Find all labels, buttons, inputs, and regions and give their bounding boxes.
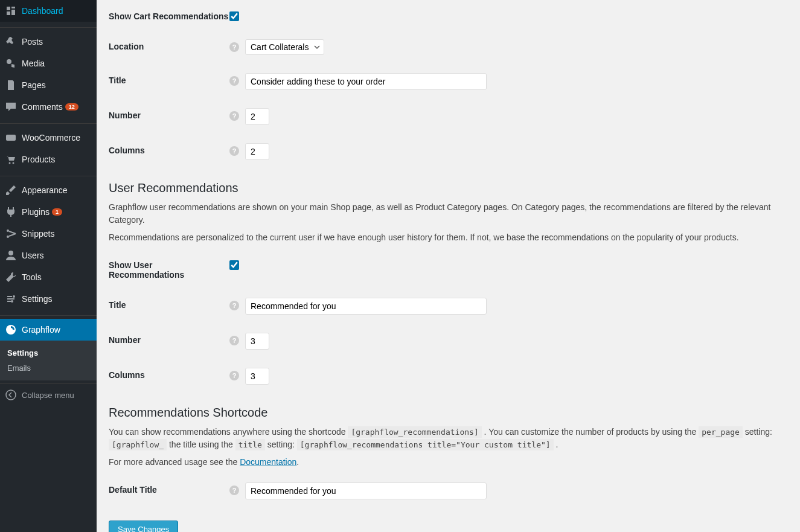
admin-sidebar: Dashboard Posts Media Pages Comments 12 …: [0, 0, 97, 532]
shortcode-code: [graphflow_: [109, 439, 167, 450]
sidebar-label: Graphflow: [22, 325, 60, 335]
show-user-rec-checkbox[interactable]: [229, 260, 239, 270]
help-icon[interactable]: ?: [229, 301, 239, 310]
brush-icon: [5, 184, 17, 196]
row-location: Location ? Cart Collaterals: [109, 30, 788, 64]
row-user-number: Number ?: [109, 324, 788, 359]
media-icon: [5, 57, 17, 69]
sidebar-item-snippets[interactable]: Snippets: [0, 223, 97, 245]
cart-title-label: Title: [109, 73, 229, 85]
user-number-label: Number: [109, 333, 229, 345]
svg-point-0: [7, 59, 11, 64]
graphflow-icon: [5, 324, 17, 336]
svg-point-5: [7, 236, 9, 238]
sidebar-item-woocommerce[interactable]: WooCommerce: [0, 127, 97, 149]
user-rec-desc1: Graphflow user recommendations are shown…: [109, 201, 788, 226]
submenu-settings[interactable]: Settings: [0, 345, 97, 361]
help-icon[interactable]: ?: [229, 336, 239, 345]
sidebar-item-posts[interactable]: Posts: [0, 31, 97, 53]
sidebar-label: Posts: [22, 37, 43, 46]
sidebar-label: Appearance: [22, 185, 68, 195]
sidebar-label: Media: [22, 59, 45, 68]
user-title-input[interactable]: [245, 298, 487, 315]
help-icon[interactable]: ?: [229, 42, 239, 52]
sidebar-item-media[interactable]: Media: [0, 53, 97, 74]
sidebar-item-users[interactable]: Users: [0, 245, 97, 266]
help-icon[interactable]: ?: [229, 76, 239, 86]
row-default-title: Default Title ?: [109, 473, 788, 508]
show-cart-rec-checkbox[interactable]: [229, 11, 239, 21]
user-columns-label: Columns: [109, 368, 229, 380]
text: the title using the: [169, 440, 235, 449]
separator: [0, 313, 97, 316]
svg-point-10: [6, 390, 16, 400]
text: .: [296, 457, 299, 467]
svg-point-3: [13, 162, 14, 164]
sidebar-label: Tools: [22, 272, 42, 282]
comments-badge: 12: [65, 103, 78, 111]
separator: [0, 25, 97, 28]
help-icon[interactable]: ?: [229, 371, 239, 380]
sidebar-item-graphflow[interactable]: Graphflow: [0, 319, 97, 341]
sidebar-label: Plugins: [22, 207, 50, 217]
dashboard-icon: [5, 5, 17, 17]
wrench-icon: [5, 271, 17, 283]
sidebar-item-appearance[interactable]: Appearance: [0, 179, 97, 201]
submenu: Settings Emails: [0, 341, 97, 380]
sidebar-item-settings[interactable]: Settings: [0, 288, 97, 310]
text: For more advanced usage see the: [109, 457, 240, 467]
save-button[interactable]: Save Changes: [109, 521, 178, 532]
location-label: Location: [109, 39, 229, 51]
sidebar-label: Dashboard: [22, 6, 63, 16]
cart-columns-label: Columns: [109, 143, 229, 155]
sidebar-item-products[interactable]: Products: [0, 149, 97, 170]
settings-content: Show Cart Recommendations Location ? Car…: [97, 0, 800, 532]
shortcode-code: [graphflow_recommendations title="Your c…: [297, 439, 554, 450]
user-title-label: Title: [109, 298, 229, 310]
collapse-menu[interactable]: Collapse menu: [0, 383, 97, 406]
row-show-user-rec: Show User Recommendations: [109, 249, 788, 289]
sidebar-item-dashboard[interactable]: Dashboard: [0, 0, 97, 22]
scissors-icon: [5, 228, 17, 240]
separator: [0, 173, 97, 176]
sidebar-item-comments[interactable]: Comments 12: [0, 96, 97, 118]
user-icon: [5, 249, 17, 261]
shortcode-code: title: [235, 439, 265, 450]
help-icon[interactable]: ?: [229, 111, 239, 121]
user-rec-desc2: Recommendations are personalized to the …: [109, 231, 788, 244]
cart-columns-input[interactable]: [245, 143, 269, 160]
default-title-input[interactable]: [245, 482, 487, 499]
text: You can show recommendations anywhere us…: [109, 427, 348, 437]
text: .: [556, 440, 558, 449]
woo-icon: [5, 132, 17, 144]
plugins-badge: 1: [52, 208, 62, 216]
text: setting:: [267, 440, 297, 449]
text: setting:: [745, 427, 772, 437]
plug-icon: [5, 206, 17, 218]
cart-number-input[interactable]: [245, 108, 269, 125]
shortcode-code: per_page: [699, 426, 743, 438]
sidebar-item-pages[interactable]: Pages: [0, 74, 97, 96]
sidebar-item-tools[interactable]: Tools: [0, 266, 97, 288]
sidebar-label: Products: [22, 155, 55, 164]
user-columns-input[interactable]: [245, 368, 269, 385]
text: . You can customize the number of produc…: [484, 427, 699, 437]
location-select[interactable]: Cart Collaterals: [245, 39, 324, 55]
settings-icon: [5, 293, 17, 305]
documentation-link[interactable]: Documentation: [240, 457, 296, 467]
shortcode-p2: For more advanced usage see the Document…: [109, 456, 788, 469]
cart-title-input[interactable]: [245, 73, 487, 90]
svg-rect-1: [6, 135, 16, 141]
show-user-rec-label: Show User Recommendations: [109, 258, 229, 280]
user-number-input[interactable]: [245, 333, 269, 350]
show-cart-rec-label: Show Cart Recommendations: [109, 9, 229, 21]
help-icon[interactable]: ?: [229, 146, 239, 156]
sidebar-label: Comments: [22, 102, 63, 112]
submenu-emails[interactable]: Emails: [0, 361, 97, 376]
separator: [0, 121, 97, 124]
sidebar-label: Snippets: [22, 229, 54, 239]
cart-icon: [5, 153, 17, 165]
help-icon[interactable]: ?: [229, 486, 239, 495]
comment-icon: [5, 101, 17, 113]
sidebar-item-plugins[interactable]: Plugins 1: [0, 201, 97, 223]
